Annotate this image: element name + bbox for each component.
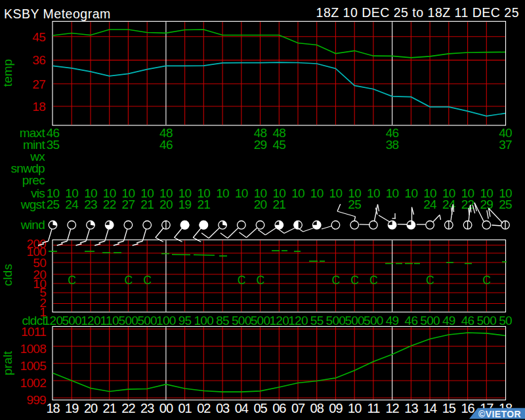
svg-text:500: 500 <box>420 314 440 327</box>
svg-text:13: 13 <box>404 401 418 415</box>
svg-text:cldcl: cldcl <box>22 314 45 327</box>
svg-text:18: 18 <box>46 401 60 415</box>
svg-text:04: 04 <box>235 401 249 415</box>
svg-text:10: 10 <box>348 401 362 415</box>
svg-text:37: 37 <box>499 138 512 152</box>
svg-text:C: C <box>350 274 358 287</box>
svg-text:500: 500 <box>326 314 346 327</box>
svg-text:1005: 1005 <box>20 359 47 373</box>
svg-text:38: 38 <box>386 138 399 152</box>
svg-text:500: 500 <box>137 314 157 327</box>
svg-text:500: 500 <box>119 314 138 327</box>
svg-text:C: C <box>257 274 264 287</box>
svg-text:19: 19 <box>65 401 79 415</box>
svg-text:10: 10 <box>329 186 343 200</box>
svg-text:1002: 1002 <box>20 376 47 390</box>
svg-text:120: 120 <box>288 314 308 327</box>
svg-text:C: C <box>482 274 490 287</box>
svg-text:09: 09 <box>329 401 343 415</box>
svg-text:22: 22 <box>103 198 116 211</box>
svg-text:C: C <box>124 274 132 287</box>
svg-text:46: 46 <box>461 314 474 327</box>
svg-text:21: 21 <box>103 401 117 415</box>
svg-text:01: 01 <box>178 401 192 415</box>
svg-text:08: 08 <box>310 401 324 415</box>
svg-text:27: 27 <box>32 77 45 91</box>
svg-text:10: 10 <box>310 186 324 200</box>
svg-text:24: 24 <box>65 198 79 211</box>
svg-text:120: 120 <box>81 314 100 327</box>
svg-text:18: 18 <box>32 100 45 114</box>
svg-text:500: 500 <box>62 314 81 327</box>
svg-text:500: 500 <box>345 314 364 327</box>
svg-text:110: 110 <box>100 314 119 327</box>
svg-text:500: 500 <box>476 314 496 327</box>
svg-text:95: 95 <box>178 314 192 327</box>
svg-text:18Z 10 DEC 25 to 18Z 11 DEC 25: 18Z 10 DEC 25 to 18Z 11 DEC 25 <box>316 5 519 20</box>
svg-text:wgst: wgst <box>20 198 46 211</box>
svg-text:35: 35 <box>47 138 60 152</box>
svg-text:KSBY Meteogram: KSBY Meteogram <box>4 7 111 21</box>
svg-text:22: 22 <box>461 198 474 211</box>
svg-text:06: 06 <box>272 401 286 415</box>
svg-text:20: 20 <box>159 198 173 211</box>
svg-text:©VIETOR: ©VIETOR <box>478 409 521 419</box>
svg-text:120: 120 <box>43 314 63 327</box>
svg-text:25: 25 <box>348 198 361 211</box>
svg-text:16: 16 <box>461 401 474 415</box>
svg-text:500: 500 <box>364 314 383 327</box>
svg-text:85: 85 <box>216 314 229 327</box>
svg-text:10: 10 <box>405 186 418 200</box>
svg-text:49: 49 <box>386 314 399 327</box>
svg-text:C: C <box>68 274 75 287</box>
svg-text:C: C <box>143 274 151 287</box>
svg-text:C: C <box>238 274 245 287</box>
svg-text:15: 15 <box>442 401 456 415</box>
svg-text:25: 25 <box>499 198 512 211</box>
svg-text:36: 36 <box>32 53 45 67</box>
svg-text:50: 50 <box>499 314 512 327</box>
svg-text:10: 10 <box>216 186 229 200</box>
svg-text:12: 12 <box>385 401 399 415</box>
svg-text:45: 45 <box>272 138 285 152</box>
svg-text:21: 21 <box>272 198 285 211</box>
svg-text:pralt: pralt <box>1 350 14 375</box>
svg-text:29: 29 <box>480 198 493 211</box>
svg-text:00: 00 <box>159 401 173 415</box>
svg-text:22: 22 <box>121 401 135 415</box>
svg-text:24: 24 <box>423 198 437 211</box>
svg-text:temp: temp <box>1 59 14 87</box>
svg-text:C: C <box>369 274 377 287</box>
svg-text:29: 29 <box>254 138 267 152</box>
svg-text:clds: clds <box>1 264 14 286</box>
svg-text:10: 10 <box>367 186 380 200</box>
svg-text:prec: prec <box>22 173 45 187</box>
svg-text:100: 100 <box>156 314 176 327</box>
svg-text:02: 02 <box>197 401 211 415</box>
svg-text:45: 45 <box>32 30 45 44</box>
svg-text:21: 21 <box>140 198 154 211</box>
svg-text:46: 46 <box>405 314 418 327</box>
svg-text:999: 999 <box>26 393 46 407</box>
svg-text:10: 10 <box>291 186 304 200</box>
svg-text:19: 19 <box>178 198 192 211</box>
svg-text:23: 23 <box>140 401 154 415</box>
svg-text:wind: wind <box>20 218 45 232</box>
svg-text:46: 46 <box>159 138 173 152</box>
svg-text:500: 500 <box>232 314 251 327</box>
svg-text:1008: 1008 <box>20 342 47 356</box>
svg-text:27: 27 <box>122 198 135 211</box>
svg-text:100: 100 <box>194 314 213 327</box>
svg-text:11: 11 <box>368 401 381 415</box>
svg-text:21: 21 <box>197 198 210 211</box>
svg-text:C: C <box>426 274 434 287</box>
svg-text:23: 23 <box>84 198 97 211</box>
svg-text:20: 20 <box>84 401 98 415</box>
svg-text:05: 05 <box>253 401 267 415</box>
svg-text:C: C <box>331 274 339 287</box>
svg-text:55: 55 <box>310 314 324 327</box>
svg-text:25: 25 <box>47 198 60 211</box>
svg-text:10: 10 <box>235 186 248 200</box>
svg-text:07: 07 <box>291 401 305 415</box>
svg-text:500: 500 <box>251 314 270 327</box>
